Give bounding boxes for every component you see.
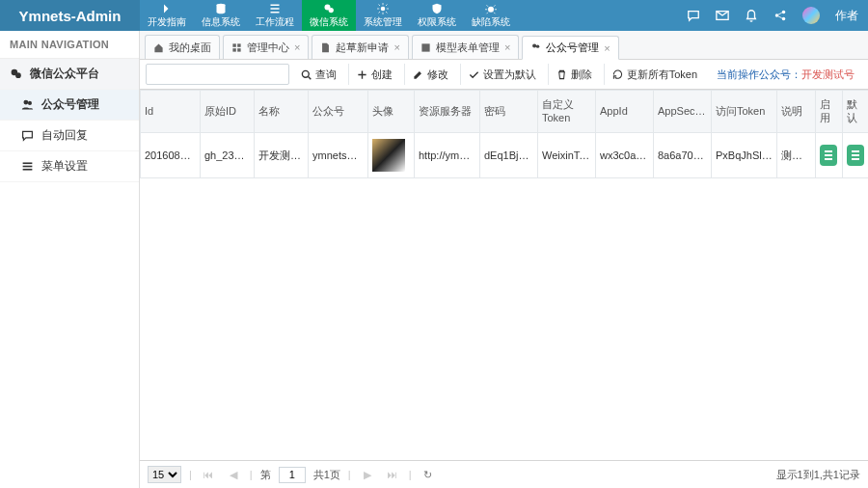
cell-avatar — [368, 133, 415, 178]
th-acct[interactable]: 公众号 — [309, 91, 368, 133]
th-name[interactable]: 名称 — [255, 91, 309, 133]
svg-point-11 — [782, 17, 786, 21]
svg-point-24 — [532, 43, 536, 47]
svg-point-14 — [23, 100, 28, 105]
th-id[interactable]: Id — [141, 91, 201, 133]
brand: Ymnets-Admin — [0, 0, 140, 31]
edit-button[interactable]: 修改 — [404, 64, 456, 85]
th-atoken[interactable]: 访问Token — [712, 91, 777, 133]
query-button[interactable]: 查询 — [293, 64, 344, 85]
nav-bug[interactable]: 缺陷系统 — [464, 0, 518, 31]
page-prefix: 第 — [260, 468, 271, 482]
svg-rect-19 — [232, 43, 235, 46]
th-res[interactable]: 资源服务器 — [415, 91, 480, 133]
th-appid[interactable]: AppId — [596, 91, 654, 133]
pager-summary: 显示1到1,共1记录 — [776, 468, 860, 482]
cell-enable — [816, 133, 843, 178]
pages-total: 共1页 — [313, 468, 340, 482]
enable-toggle[interactable] — [820, 145, 837, 166]
next-page-button[interactable]: ▶ — [359, 466, 376, 483]
svg-rect-20 — [237, 43, 240, 46]
user-avatar[interactable] — [802, 7, 820, 24]
home-icon — [153, 42, 164, 53]
close-icon[interactable]: × — [504, 41, 510, 53]
sidebar-item-account[interactable]: 公众号管理 — [0, 90, 139, 121]
svg-point-10 — [782, 11, 786, 14]
th-enable[interactable]: 启用 — [816, 91, 843, 133]
first-page-button[interactable]: ⏮ — [200, 466, 217, 483]
nav-workflow[interactable]: 工作流程 — [248, 0, 302, 31]
search-input[interactable] — [146, 64, 289, 85]
cell-token: WeixinToken — [538, 133, 596, 178]
default-toggle[interactable] — [847, 145, 864, 166]
user-name[interactable]: 作者 — [835, 8, 858, 24]
nav-dev-guide[interactable]: 开发指南 — [140, 0, 194, 31]
nav-system[interactable]: 系统管理 — [356, 0, 410, 31]
users-icon — [530, 42, 541, 53]
cell-id: 2016081422 — [141, 133, 201, 178]
share-icon[interactable] — [773, 9, 787, 22]
svg-rect-17 — [23, 166, 33, 168]
chat-icon[interactable] — [687, 9, 700, 22]
tab-draft[interactable]: 起草新申请× — [312, 35, 408, 59]
trash-icon — [556, 69, 567, 80]
check-icon — [469, 69, 479, 80]
svg-point-5 — [329, 7, 334, 12]
last-page-button[interactable]: ⏭ — [384, 466, 401, 483]
page-input[interactable] — [279, 467, 306, 483]
th-token[interactable]: 自定义Token — [538, 91, 596, 133]
svg-point-9 — [775, 14, 779, 17]
nav-auth[interactable]: 权限系统 — [410, 0, 464, 31]
page-size-select[interactable]: 15 — [148, 466, 181, 483]
sidebar-group-wechat[interactable]: 微信公众平台 — [0, 58, 139, 90]
cell-atoken: PxBqJhSlQjKvpCxCegHacFlolelrilcPgE — [712, 133, 777, 178]
cell-name: 开发测试号 — [255, 133, 309, 178]
wechat-icon — [10, 68, 22, 80]
tab-desktop[interactable]: 我的桌面 — [145, 35, 220, 59]
close-icon[interactable]: × — [294, 41, 300, 53]
refresh-icon — [612, 69, 623, 80]
database-icon — [215, 3, 227, 14]
th-default[interactable]: 默认 — [843, 91, 869, 133]
cell-pwd: dEq1BjMgm — [480, 133, 538, 178]
th-desc[interactable]: 说明 — [777, 91, 816, 133]
pager: 15 | ⏮ ◀ | 第 共1页 | ▶ ⏭ | ↻ 显示1到1,共1记录 — [140, 461, 868, 488]
svg-point-13 — [15, 72, 21, 78]
cell-appid: wx3c0afacbc — [596, 133, 654, 178]
th-orig[interactable]: 原始ID — [201, 91, 255, 133]
data-grid: Id 原始ID 名称 公众号 头像 资源服务器 密码 自定义Token AppI… — [140, 90, 868, 178]
svg-rect-18 — [23, 169, 33, 171]
tab-model[interactable]: 模型表单管理× — [412, 35, 519, 59]
cell-desc: 测试号 — [777, 133, 816, 178]
default-button[interactable]: 设置为默认 — [460, 64, 544, 85]
svg-rect-16 — [23, 162, 33, 164]
nav-wechat[interactable]: 微信系统 — [302, 0, 356, 31]
cell-acct: ymnets@qq. — [309, 133, 368, 178]
svg-point-26 — [302, 70, 309, 77]
new-button[interactable]: 创建 — [348, 64, 400, 85]
svg-point-7 — [488, 6, 494, 12]
sidebar-item-menu[interactable]: 菜单设置 — [0, 151, 139, 182]
nav-info[interactable]: 信息系统 — [194, 0, 248, 31]
users-icon — [21, 98, 34, 111]
refresh-token-button[interactable]: 更新所有Token — [604, 64, 705, 85]
close-icon[interactable]: × — [604, 42, 610, 54]
table-row[interactable]: 2016081422 gh_234c610 开发测试号 ymnets@qq. h… — [141, 133, 869, 178]
delete-button[interactable]: 删除 — [548, 64, 600, 85]
th-secret[interactable]: AppSecret — [654, 91, 712, 133]
reload-button[interactable]: ↻ — [420, 466, 437, 483]
tab-account-mgmt[interactable]: 公众号管理× — [522, 36, 618, 60]
svg-rect-1 — [271, 4, 280, 6]
page-tabs: 我的桌面 管理中心× 起草新申请× 模型表单管理× 公众号管理× — [140, 31, 868, 60]
th-pwd[interactable]: 密码 — [480, 91, 538, 133]
svg-point-6 — [381, 6, 386, 11]
prev-page-button[interactable]: ◀ — [225, 466, 242, 483]
mail-icon[interactable] — [716, 9, 729, 22]
svg-rect-2 — [271, 8, 280, 10]
th-avatar[interactable]: 头像 — [368, 91, 415, 133]
close-icon[interactable]: × — [393, 41, 399, 53]
cell-res: http://ymnets.id=2016081 — [415, 133, 480, 178]
sidebar-item-autoreply[interactable]: 自动回复 — [0, 121, 139, 151]
tab-admin[interactable]: 管理中心× — [223, 35, 309, 59]
bell-icon[interactable] — [745, 9, 758, 22]
